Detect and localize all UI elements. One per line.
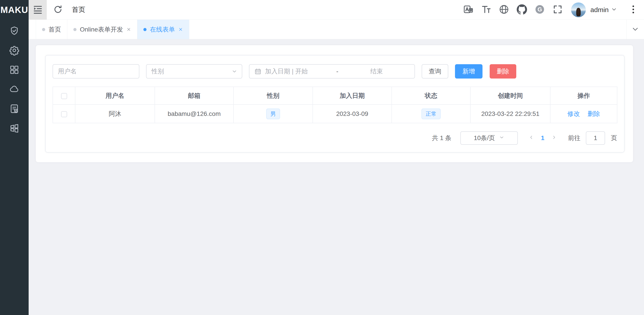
chevron-left-icon — [528, 134, 534, 142]
page-unit-label: 页 — [611, 134, 617, 142]
gender-select-placeholder: 性别 — [152, 67, 164, 76]
column-header-created-at: 创建时间 — [470, 87, 550, 104]
goto-page-input[interactable] — [586, 131, 605, 145]
cloud-icon — [9, 84, 20, 95]
tab-list-dropdown-button[interactable] — [626, 20, 644, 39]
tab-close-icon[interactable] — [126, 27, 131, 32]
column-header-actions: 操作 — [550, 87, 617, 104]
windows-grid-icon — [9, 123, 20, 134]
page-size-select[interactable]: 10条/页 — [460, 131, 518, 145]
fullscreen-icon — [552, 4, 563, 16]
more-menu-button[interactable] — [628, 3, 638, 16]
page-number-1[interactable]: 1 — [538, 134, 548, 142]
table-row: 阿沐 babamu@126.com 男 2023-03-09 正常 2023-0… — [53, 104, 617, 123]
sidebar-item-settings[interactable] — [0, 41, 29, 60]
cell-actions: 修改 删除 — [550, 104, 617, 123]
top-header: 首页 — [29, 0, 644, 20]
date-start-placeholder: 加入日期 | 开始 — [265, 67, 331, 76]
sidebar-menu — [0, 20, 29, 138]
page-card: 性别 加入日期 | 开始 - 结束 — [36, 45, 633, 162]
search-button[interactable]: 查询 — [422, 64, 448, 78]
sidebar-item-lowcode[interactable] — [0, 119, 29, 138]
row-checkbox[interactable] — [61, 111, 67, 117]
chevron-down-icon — [499, 134, 504, 142]
font-size-button[interactable] — [477, 0, 495, 20]
chevron-right-icon — [552, 134, 557, 142]
tab-bar: 首页 Online表单开发 在线表单 — [29, 20, 644, 40]
gender-select[interactable]: 性别 — [146, 64, 242, 78]
column-header-email: 邮箱 — [155, 87, 234, 104]
cell-created-at: 2023-03-22 22:29:51 — [470, 104, 550, 123]
date-end-placeholder: 结束 — [344, 67, 410, 76]
header-select-all-cell — [53, 87, 75, 104]
delete-button[interactable]: 删除 — [490, 64, 516, 78]
date-separator: - — [334, 68, 340, 75]
sidebar-item-online-form[interactable] — [0, 99, 29, 119]
tab-label: Online表单开发 — [80, 25, 123, 34]
goto-label: 前往 — [568, 134, 580, 142]
page-size-value: 10条/页 — [474, 134, 495, 142]
gitee-button[interactable]: G — [531, 0, 549, 20]
sidebar-item-cloud[interactable] — [0, 80, 29, 99]
tab-label: 首页 — [48, 25, 61, 34]
language-switch-button[interactable] — [459, 0, 477, 20]
status-badge: 正常 — [422, 108, 441, 119]
cell-join-date: 2023-03-09 — [313, 104, 392, 123]
app-logo: MAKU — [0, 0, 28, 20]
cell-username: 阿沐 — [75, 104, 155, 123]
cell-status: 正常 — [392, 104, 470, 123]
column-header-gender: 性别 — [234, 87, 313, 104]
globe-icon — [499, 4, 509, 16]
content-area: 性别 加入日期 | 开始 - 结束 — [29, 40, 644, 315]
join-date-range-picker[interactable]: 加入日期 | 开始 - 结束 — [249, 64, 415, 78]
language-icon — [463, 4, 473, 16]
tab-close-icon[interactable] — [178, 27, 183, 32]
username-input[interactable] — [52, 64, 139, 78]
chevron-down-icon — [232, 68, 237, 74]
fold-menu-icon — [33, 4, 43, 15]
font-size-icon — [481, 4, 491, 16]
edit-link[interactable]: 修改 — [568, 110, 580, 117]
add-button[interactable]: 新增 — [455, 64, 482, 78]
tab-label: 在线表单 — [150, 25, 175, 34]
refresh-icon — [53, 5, 63, 15]
gitee-icon: G — [534, 4, 545, 16]
sidebar-item-security[interactable] — [0, 22, 29, 41]
user-avatar[interactable] — [571, 2, 586, 17]
tab-dot-icon — [42, 28, 45, 31]
tab-home[interactable]: 首页 — [36, 20, 67, 39]
select-all-checkbox[interactable] — [61, 93, 67, 99]
globe-button[interactable] — [495, 0, 513, 20]
next-page-button[interactable] — [550, 131, 558, 145]
table-header-row: 用户名 邮箱 性别 加入日期 状态 创建时间 操作 — [53, 87, 617, 104]
prev-page-button[interactable] — [527, 131, 536, 145]
sidebar-fold-button[interactable] — [29, 0, 47, 20]
sidebar-item-apps[interactable] — [0, 60, 29, 80]
breadcrumb: 首页 — [72, 5, 85, 14]
kebab-menu-icon — [632, 4, 635, 15]
delete-link[interactable]: 删除 — [588, 110, 600, 117]
column-header-status: 状态 — [392, 87, 470, 104]
github-button[interactable] — [513, 0, 531, 20]
user-name[interactable]: admin — [590, 6, 609, 14]
user-dropdown-caret[interactable] — [611, 6, 617, 14]
pagination-total: 共 1 条 — [432, 134, 452, 142]
calendar-icon — [254, 68, 262, 75]
app-root: MAKU — [0, 0, 644, 315]
github-icon — [517, 4, 527, 16]
fullscreen-button[interactable] — [549, 0, 566, 20]
form-check-icon — [9, 104, 20, 115]
gear-icon — [9, 45, 20, 56]
refresh-button[interactable] — [52, 4, 64, 16]
grid-icon — [9, 65, 20, 76]
query-card: 性别 加入日期 | 开始 - 结束 — [45, 55, 624, 152]
row-select-cell — [53, 104, 75, 123]
tab-online-form[interactable]: 在线表单 — [137, 20, 189, 39]
cell-gender: 男 — [234, 104, 313, 123]
shield-check-icon — [9, 26, 20, 37]
sidebar: MAKU — [0, 0, 29, 315]
tab-online-form-dev[interactable]: Online表单开发 — [67, 20, 137, 39]
tab-dot-icon — [144, 28, 146, 31]
filter-form: 性别 加入日期 | 开始 - 结束 — [52, 64, 617, 78]
data-table: 用户名 邮箱 性别 加入日期 状态 创建时间 操作 — [52, 86, 617, 123]
